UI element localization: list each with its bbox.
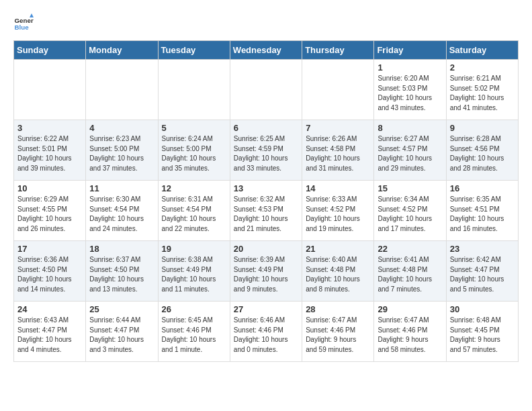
calendar-cell: 20Sunrise: 6:39 AM Sunset: 4:49 PM Dayli… — [230, 241, 302, 302]
calendar-cell: 16Sunrise: 6:35 AM Sunset: 4:51 PM Dayli… — [446, 181, 518, 241]
day-info: Sunrise: 6:40 AM Sunset: 4:48 PM Dayligh… — [306, 255, 370, 294]
day-info: Sunrise: 6:28 AM Sunset: 4:56 PM Dayligh… — [450, 134, 515, 173]
day-info: Sunrise: 6:36 AM Sunset: 4:50 PM Dayligh… — [17, 255, 82, 294]
day-number: 20 — [234, 244, 298, 254]
calendar-cell: 15Sunrise: 6:34 AM Sunset: 4:52 PM Dayli… — [374, 181, 446, 241]
calendar-week-row: 24Sunrise: 6:43 AM Sunset: 4:47 PM Dayli… — [14, 302, 519, 362]
page-header: General Blue — [13, 13, 519, 34]
calendar-cell: 19Sunrise: 6:38 AM Sunset: 4:49 PM Dayli… — [158, 241, 230, 302]
calendar-table: SundayMondayTuesdayWednesdayThursdayFrid… — [13, 40, 519, 362]
day-number: 11 — [89, 183, 154, 193]
calendar-week-row: 3Sunrise: 6:22 AM Sunset: 5:01 PM Daylig… — [14, 120, 519, 181]
day-info: Sunrise: 6:42 AM Sunset: 4:47 PM Dayligh… — [450, 255, 515, 294]
weekday-header-sunday: Sunday — [14, 41, 86, 60]
day-number: 14 — [306, 183, 370, 193]
calendar-cell: 21Sunrise: 6:40 AM Sunset: 4:48 PM Dayli… — [302, 241, 374, 302]
day-number: 16 — [450, 183, 515, 193]
day-number: 18 — [89, 244, 154, 254]
calendar-cell: 1Sunrise: 6:20 AM Sunset: 5:03 PM Daylig… — [374, 60, 446, 120]
calendar-cell: 12Sunrise: 6:31 AM Sunset: 4:54 PM Dayli… — [158, 181, 230, 241]
calendar-cell — [230, 60, 302, 120]
calendar-cell: 23Sunrise: 6:42 AM Sunset: 4:47 PM Dayli… — [446, 241, 518, 302]
day-info: Sunrise: 6:37 AM Sunset: 4:50 PM Dayligh… — [89, 255, 154, 294]
day-info: Sunrise: 6:20 AM Sunset: 5:03 PM Dayligh… — [378, 74, 442, 113]
calendar-cell: 27Sunrise: 6:46 AM Sunset: 4:46 PM Dayli… — [230, 302, 302, 362]
day-info: Sunrise: 6:45 AM Sunset: 4:46 PM Dayligh… — [162, 316, 226, 355]
day-number: 23 — [450, 244, 515, 254]
day-info: Sunrise: 6:25 AM Sunset: 4:59 PM Dayligh… — [234, 134, 298, 173]
day-number: 15 — [378, 183, 442, 193]
calendar-cell: 24Sunrise: 6:43 AM Sunset: 4:47 PM Dayli… — [14, 302, 86, 362]
day-info: Sunrise: 6:27 AM Sunset: 4:57 PM Dayligh… — [378, 134, 442, 173]
calendar-week-row: 10Sunrise: 6:29 AM Sunset: 4:55 PM Dayli… — [14, 181, 519, 241]
day-number: 8 — [378, 123, 442, 133]
day-info: Sunrise: 6:47 AM Sunset: 4:46 PM Dayligh… — [378, 316, 442, 355]
day-info: Sunrise: 6:29 AM Sunset: 4:55 PM Dayligh… — [17, 195, 82, 234]
day-number: 13 — [234, 183, 298, 193]
day-number: 27 — [234, 304, 298, 314]
day-info: Sunrise: 6:41 AM Sunset: 4:48 PM Dayligh… — [378, 255, 442, 294]
day-number: 26 — [162, 304, 226, 314]
day-info: Sunrise: 6:39 AM Sunset: 4:49 PM Dayligh… — [234, 255, 298, 294]
calendar-cell: 2Sunrise: 6:21 AM Sunset: 5:02 PM Daylig… — [446, 60, 518, 120]
day-number: 7 — [306, 123, 370, 133]
day-number: 17 — [17, 244, 82, 254]
day-info: Sunrise: 6:24 AM Sunset: 5:00 PM Dayligh… — [162, 134, 226, 173]
day-number: 19 — [162, 244, 226, 254]
calendar-cell — [158, 60, 230, 120]
calendar-cell: 9Sunrise: 6:28 AM Sunset: 4:56 PM Daylig… — [446, 120, 518, 181]
day-number: 9 — [450, 123, 515, 133]
day-info: Sunrise: 6:47 AM Sunset: 4:46 PM Dayligh… — [306, 316, 370, 355]
day-info: Sunrise: 6:44 AM Sunset: 4:47 PM Dayligh… — [89, 316, 154, 355]
day-info: Sunrise: 6:33 AM Sunset: 4:52 PM Dayligh… — [306, 195, 370, 234]
svg-text:Blue: Blue — [15, 24, 30, 31]
calendar-cell: 10Sunrise: 6:29 AM Sunset: 4:55 PM Dayli… — [14, 181, 86, 241]
calendar-cell: 30Sunrise: 6:48 AM Sunset: 4:45 PM Dayli… — [446, 302, 518, 362]
calendar-cell: 11Sunrise: 6:30 AM Sunset: 4:54 PM Dayli… — [86, 181, 158, 241]
calendar-cell: 29Sunrise: 6:47 AM Sunset: 4:46 PM Dayli… — [374, 302, 446, 362]
calendar-week-row: 17Sunrise: 6:36 AM Sunset: 4:50 PM Dayli… — [14, 241, 519, 302]
day-number: 12 — [162, 183, 226, 193]
calendar-cell — [302, 60, 374, 120]
calendar-cell — [14, 60, 86, 120]
day-number: 5 — [162, 123, 226, 133]
day-number: 30 — [450, 304, 515, 314]
day-info: Sunrise: 6:43 AM Sunset: 4:47 PM Dayligh… — [17, 316, 82, 355]
day-number: 2 — [450, 62, 515, 73]
logo: General Blue — [13, 13, 34, 34]
calendar-cell: 4Sunrise: 6:23 AM Sunset: 5:00 PM Daylig… — [86, 120, 158, 181]
day-number: 24 — [17, 304, 82, 314]
day-number: 21 — [306, 244, 370, 254]
day-info: Sunrise: 6:31 AM Sunset: 4:54 PM Dayligh… — [162, 195, 226, 234]
weekday-header-saturday: Saturday — [446, 41, 518, 60]
day-info: Sunrise: 6:21 AM Sunset: 5:02 PM Dayligh… — [450, 74, 515, 113]
day-info: Sunrise: 6:22 AM Sunset: 5:01 PM Dayligh… — [17, 134, 82, 173]
svg-marker-2 — [30, 13, 34, 17]
calendar-cell: 17Sunrise: 6:36 AM Sunset: 4:50 PM Dayli… — [14, 241, 86, 302]
calendar-cell: 6Sunrise: 6:25 AM Sunset: 4:59 PM Daylig… — [230, 120, 302, 181]
day-number: 28 — [306, 304, 370, 314]
svg-text:General: General — [15, 17, 34, 24]
day-info: Sunrise: 6:48 AM Sunset: 4:45 PM Dayligh… — [450, 316, 515, 355]
calendar-cell: 25Sunrise: 6:44 AM Sunset: 4:47 PM Dayli… — [86, 302, 158, 362]
day-number: 25 — [89, 304, 154, 314]
day-info: Sunrise: 6:32 AM Sunset: 4:53 PM Dayligh… — [234, 195, 298, 234]
logo-icon: General Blue — [13, 13, 34, 34]
calendar-cell: 28Sunrise: 6:47 AM Sunset: 4:46 PM Dayli… — [302, 302, 374, 362]
calendar-cell: 26Sunrise: 6:45 AM Sunset: 4:46 PM Dayli… — [158, 302, 230, 362]
day-number: 22 — [378, 244, 442, 254]
day-number: 3 — [17, 123, 82, 133]
day-info: Sunrise: 6:35 AM Sunset: 4:51 PM Dayligh… — [450, 195, 515, 234]
day-number: 6 — [234, 123, 298, 133]
day-number: 1 — [378, 62, 442, 73]
calendar-cell: 18Sunrise: 6:37 AM Sunset: 4:50 PM Dayli… — [86, 241, 158, 302]
calendar-cell: 3Sunrise: 6:22 AM Sunset: 5:01 PM Daylig… — [14, 120, 86, 181]
calendar-cell: 14Sunrise: 6:33 AM Sunset: 4:52 PM Dayli… — [302, 181, 374, 241]
weekday-header-row: SundayMondayTuesdayWednesdayThursdayFrid… — [14, 41, 519, 60]
day-info: Sunrise: 6:30 AM Sunset: 4:54 PM Dayligh… — [89, 195, 154, 234]
day-number: 29 — [378, 304, 442, 314]
calendar-cell: 13Sunrise: 6:32 AM Sunset: 4:53 PM Dayli… — [230, 181, 302, 241]
weekday-header-thursday: Thursday — [302, 41, 374, 60]
calendar-cell — [86, 60, 158, 120]
weekday-header-monday: Monday — [86, 41, 158, 60]
